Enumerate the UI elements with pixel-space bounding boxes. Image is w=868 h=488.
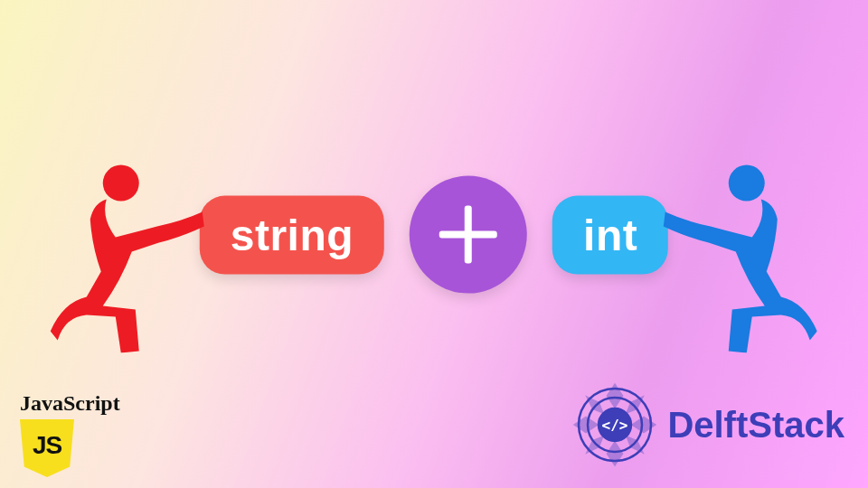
concat-diagram: string int [200, 176, 668, 294]
int-label: int [583, 211, 637, 258]
javascript-badge: JavaScript JS [20, 391, 120, 477]
string-label: string [231, 211, 354, 258]
plus-icon [439, 206, 497, 264]
pushing-figure-blue [655, 164, 817, 357]
string-pill: string [200, 195, 384, 274]
javascript-shield-icon: JS [20, 419, 74, 477]
svg-point-0 [103, 165, 139, 202]
javascript-label: JavaScript [20, 391, 120, 416]
int-pill: int [552, 195, 668, 274]
js-shield-text: JS [33, 431, 61, 460]
svg-point-1 [729, 165, 765, 202]
delftstack-mandala-icon: </> [571, 381, 658, 468]
pushing-figure-red [51, 164, 213, 357]
plus-operator-circle [410, 176, 527, 294]
delftstack-logo: </> DelftStack [571, 381, 844, 468]
svg-text:</>: </> [602, 417, 628, 434]
delftstack-brand-text: DelftStack [667, 405, 844, 446]
